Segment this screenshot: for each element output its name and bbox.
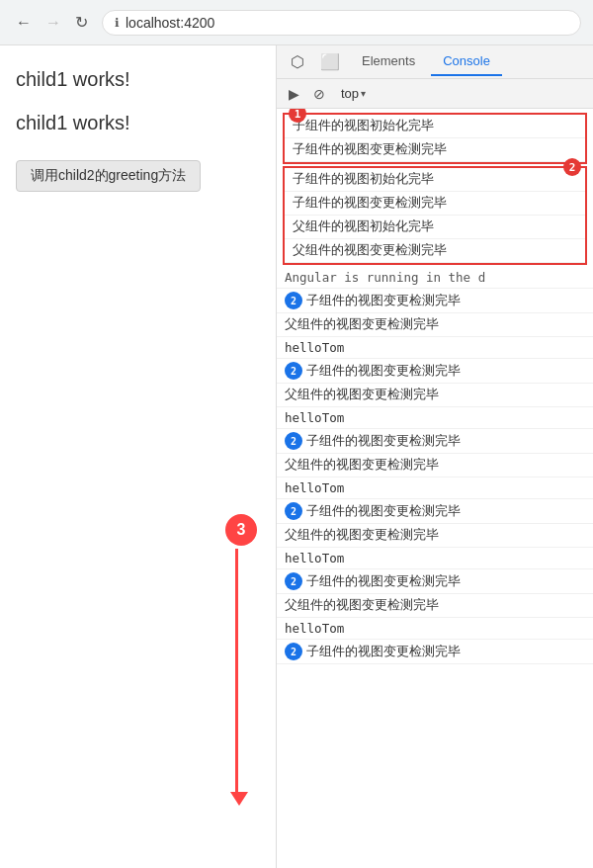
cursor-icon[interactable]: ⬡ [285, 48, 310, 75]
context-selector[interactable]: top ▾ [335, 84, 372, 103]
console-line: 父组件的视图变更检测完毕 [277, 594, 593, 618]
browser-toolbar: ← → ↻ ℹ localhost:4200 [0, 0, 593, 45]
console-line: 父组件的视图变更检测完毕 [285, 239, 585, 263]
console-line: helloTom [277, 407, 593, 429]
console-line: 父组件的视图变更检测完毕 [277, 313, 593, 337]
console-group-1: 1 子组件的视图初始化完毕 子组件的视图变更检测完毕 [283, 113, 587, 164]
console-line: 子组件的视图变更检测完毕 [285, 138, 585, 162]
main-container: child1 works! child1 works! 调用child2的gre… [0, 45, 593, 868]
filter-dropdown-arrow: ▾ [361, 88, 366, 99]
console-line: 2 子组件的视图变更检测完毕 [277, 289, 593, 313]
annotation-3: 3 [225, 514, 257, 546]
console-line: 父组件的视图变更检测完毕 [277, 524, 593, 548]
console-group-2: 2 子组件的视图初始化完毕 子组件的视图变更检测完毕 父组件的视图初始化完毕 父… [283, 166, 587, 265]
forward-button[interactable]: → [42, 12, 65, 34]
console-line: 子组件的视图初始化完毕 [285, 115, 585, 138]
console-line: 子组件的视图变更检测完毕 [285, 192, 585, 216]
console-toolbar: ▶ ⊘ top ▾ [277, 79, 593, 109]
address-bar[interactable]: ℹ localhost:4200 [102, 10, 581, 36]
badge-count: 2 [285, 292, 302, 309]
badge-count: 2 [285, 502, 302, 520]
tab-console[interactable]: Console [431, 47, 502, 76]
console-line: 子组件的视图初始化完毕 [285, 168, 585, 192]
devtools-tabs: ⬡ ⬜ Elements Console [277, 45, 593, 79]
nav-buttons: ← → ↻ [12, 11, 92, 34]
angular-message: Angular is running in the d [277, 267, 593, 289]
console-line: helloTom [277, 618, 593, 640]
badge-count: 2 [285, 572, 302, 590]
context-label: top [341, 86, 359, 101]
badge-count: 2 [285, 362, 302, 380]
console-line: helloTom [277, 337, 593, 359]
console-line: helloTom [277, 477, 593, 499]
console-line: 父组件的视图初始化完毕 [285, 216, 585, 239]
console-line: 父组件的视图变更检测完毕 [277, 454, 593, 477]
address-text: localhost:4200 [126, 15, 214, 31]
filter-button[interactable]: ⊘ [309, 84, 329, 104]
annotation-2: 2 [563, 158, 581, 176]
back-button[interactable]: ← [12, 12, 36, 34]
console-output: 1 子组件的视图初始化完毕 子组件的视图变更检测完毕 2 子组件的视图初始化完毕… [277, 109, 593, 868]
clear-console-button[interactable]: ▶ [285, 84, 303, 104]
console-line: helloTom [277, 548, 593, 569]
console-line: 2 子组件的视图变更检测完毕 [277, 499, 593, 524]
arrow-down [235, 549, 238, 796]
badge-count-last: 2 [285, 643, 302, 660]
lock-icon: ℹ [115, 16, 120, 30]
console-line: 2 子组件的视图变更检测完毕 [277, 359, 593, 384]
console-line: 2 子组件的视图变更检测完毕 [277, 429, 593, 454]
greeting-button[interactable]: 调用child2的greeting方法 [16, 160, 201, 192]
app-text-1: child1 works! [16, 65, 260, 93]
device-icon[interactable]: ⬜ [314, 48, 346, 75]
refresh-button[interactable]: ↻ [71, 11, 92, 34]
console-line: 父组件的视图变更检测完毕 [277, 384, 593, 407]
console-line-last: 2 子组件的视图变更检测完毕 [277, 640, 593, 664]
devtools-panel: ⬡ ⬜ Elements Console ▶ ⊘ top ▾ 1 子组件的视图初… [277, 45, 593, 868]
console-line: 2 子组件的视图变更检测完毕 [277, 569, 593, 594]
app-text-2: child1 works! [16, 109, 260, 136]
tab-elements[interactable]: Elements [350, 47, 427, 76]
badge-count: 2 [285, 432, 302, 450]
